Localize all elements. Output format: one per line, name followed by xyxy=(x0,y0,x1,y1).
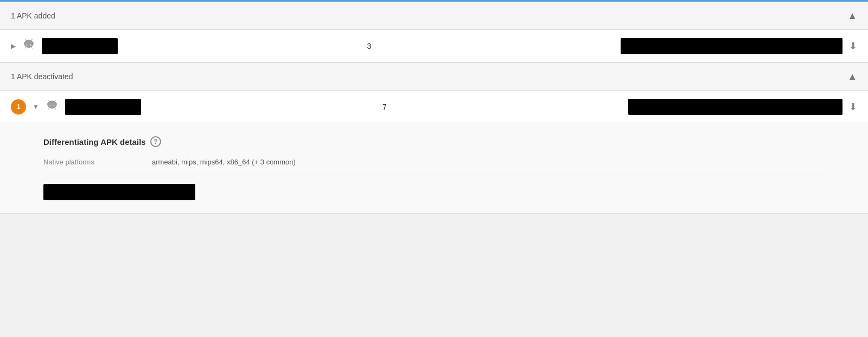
native-platforms-row: Native platforms armeabi, mips, mips64, … xyxy=(43,158,825,166)
native-platforms-label: Native platforms xyxy=(43,158,130,166)
apk-deactivated-hash-redacted xyxy=(628,99,843,115)
apk-added-version-code: 3 xyxy=(353,42,385,50)
collapse-arrow-icon[interactable]: ▼ xyxy=(33,103,39,111)
main-container: 1 APK added ▲ ▶ 3 ⬇ 1 APK deactivated ▲ … xyxy=(0,0,868,214)
apk-details-title: Differentiating APK details ? xyxy=(43,136,825,147)
apk-added-name-redacted xyxy=(42,38,118,54)
download-icon[interactable]: ⬇ xyxy=(849,40,857,52)
apk-deactivated-section-header[interactable]: 1 APK deactivated ▲ xyxy=(0,62,868,91)
apk-added-section-header[interactable]: 1 APK added ▲ xyxy=(0,2,868,30)
apk-deactivated-title: 1 APK deactivated xyxy=(11,72,73,81)
apk-deactivated-name-redacted xyxy=(65,99,141,115)
apk-deactivated-chevron-icon[interactable]: ▲ xyxy=(847,71,857,82)
apk-deactivated-version-code: 7 xyxy=(368,103,401,111)
download-icon-2[interactable]: ⬇ xyxy=(849,101,857,113)
apk-added-row: ▶ 3 ⬇ xyxy=(0,30,868,62)
bottom-redacted-bar xyxy=(43,184,195,200)
expand-arrow-icon[interactable]: ▶ xyxy=(11,42,16,50)
apk-added-hash-redacted xyxy=(621,38,843,54)
android-icon xyxy=(22,39,35,53)
help-icon[interactable]: ? xyxy=(150,136,161,147)
details-divider xyxy=(43,175,825,175)
apk-details-title-text: Differentiating APK details xyxy=(43,137,146,147)
android-icon-2 xyxy=(46,99,59,114)
apk-added-chevron-icon[interactable]: ▲ xyxy=(847,10,857,22)
apk-details-section: Differentiating APK details ? Native pla… xyxy=(0,123,868,214)
apk-deactivated-row: 1 ▼ 7 ⬇ xyxy=(0,91,868,123)
native-platforms-value: armeabi, mips, mips64, x86_64 (+ 3 commo… xyxy=(152,158,296,166)
apk-badge: 1 xyxy=(11,99,26,115)
apk-added-title: 1 APK added xyxy=(11,11,55,20)
